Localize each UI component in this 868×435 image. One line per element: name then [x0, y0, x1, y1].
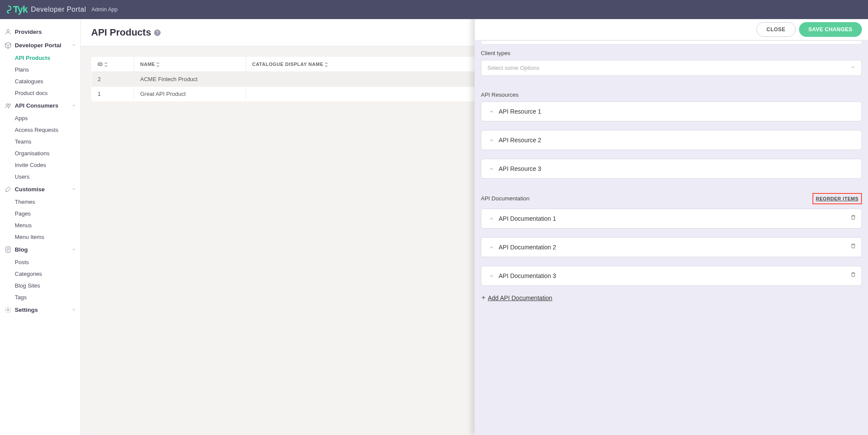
sidebar-item-blog[interactable]: Blog: [0, 243, 80, 256]
chevron-down-icon: [72, 42, 76, 49]
card-title: API Resource 3: [499, 165, 855, 172]
chevron-down-icon: [72, 102, 76, 109]
sidebar-sub-access-requests[interactable]: Access Requests: [0, 124, 80, 136]
sort-icon: [156, 62, 160, 67]
chevron-up-icon[interactable]: [488, 108, 494, 114]
label: Developer Portal: [15, 42, 61, 49]
col-catalogue-label: CATALOGUE DISPLAY NAME: [252, 62, 323, 67]
content-area: API Products ? ID NAME CATALOGUE DISPLAY…: [81, 19, 868, 435]
cube-icon: [4, 42, 12, 49]
cell-name: ACME Fintech Product: [134, 72, 246, 87]
col-id[interactable]: ID: [92, 57, 134, 72]
sidebar-item-customise[interactable]: Customise: [0, 183, 80, 196]
api-resource-card[interactable]: API Resource 3: [481, 159, 862, 179]
user-icon: [4, 28, 12, 36]
label: API Consumers: [15, 102, 59, 109]
sidebar-sub-themes[interactable]: Themes: [0, 196, 80, 208]
api-doc-card[interactable]: API Documentation 3: [481, 266, 862, 286]
gear-icon: [4, 306, 12, 314]
sidebar-sub-pages[interactable]: Pages: [0, 208, 80, 219]
sidebar-sub-api-products[interactable]: API Products: [0, 52, 80, 64]
portal-label: Developer Portal: [31, 6, 86, 13]
chevron-down-icon: [72, 307, 76, 313]
chevron-down-icon: [72, 186, 76, 193]
sidebar-sub-users[interactable]: Users: [0, 171, 80, 183]
users-icon: [4, 102, 12, 109]
brush-icon: [4, 186, 12, 193]
plus-icon: [481, 294, 486, 301]
chevron-down-icon: [850, 65, 855, 71]
chevron-up-icon[interactable]: [488, 273, 494, 279]
col-id-label: ID: [98, 62, 103, 67]
drawer-body[interactable]: Client types Select some Options API Res…: [475, 40, 868, 435]
sidebar-item-providers[interactable]: Providers: [0, 25, 80, 39]
card-title: API Resource 1: [499, 108, 855, 115]
partial-field: [481, 40, 862, 45]
sidebar-sub-apps[interactable]: Apps: [0, 112, 80, 124]
card-title: API Resource 2: [499, 137, 855, 144]
admin-app-label: Admin App: [91, 7, 117, 13]
api-doc-card[interactable]: API Documentation 2: [481, 237, 862, 257]
reorder-items-link[interactable]: REORDER ITEMS: [812, 193, 862, 204]
api-resource-card[interactable]: API Resource 2: [481, 130, 862, 150]
sidebar-sub-blog-sites[interactable]: Blog Sites: [0, 280, 80, 291]
topbar: Tyk Developer Portal Admin App: [0, 0, 868, 19]
close-button[interactable]: CLOSE: [756, 22, 796, 37]
chevron-up-icon[interactable]: [488, 216, 494, 222]
sidebar-sub-teams[interactable]: Teams: [0, 136, 80, 147]
drawer-action-bar: CLOSE SAVE CHANGES: [475, 19, 868, 40]
svg-point-4: [7, 309, 9, 311]
sidebar-sub-organisations[interactable]: Organisations: [0, 147, 80, 159]
sidebar-sub-menu-items[interactable]: Menu Items: [0, 231, 80, 243]
chevron-up-icon[interactable]: [488, 166, 494, 172]
sidebar-sub-categories[interactable]: Categories: [0, 268, 80, 280]
logo-mark: Tyk: [7, 4, 27, 15]
sidebar-sub-catalogues[interactable]: Catalogues: [0, 75, 80, 87]
chevron-up-icon[interactable]: [488, 137, 494, 143]
api-resources-label: API Resources: [481, 92, 862, 98]
cell-id: 2: [92, 72, 134, 87]
trash-icon[interactable]: [850, 243, 856, 249]
api-docs-label: API Documentation: [481, 195, 529, 202]
sidebar-item-developer-portal[interactable]: Developer Portal: [0, 39, 80, 52]
save-changes-button[interactable]: SAVE CHANGES: [799, 22, 862, 37]
card-title: API Documentation 3: [499, 272, 855, 279]
svg-point-1: [6, 104, 8, 105]
trash-icon[interactable]: [850, 214, 856, 220]
page-title: API Products: [91, 27, 151, 38]
client-types-select[interactable]: Select some Options: [481, 60, 862, 76]
svg-point-2: [9, 104, 10, 105]
sidebar-sub-invite-codes[interactable]: Invite Codes: [0, 159, 80, 171]
sidebar-sub-tags[interactable]: Tags: [0, 291, 80, 303]
add-api-doc-link[interactable]: Add API Documentation: [481, 294, 862, 301]
chevron-up-icon[interactable]: [488, 244, 494, 250]
help-icon[interactable]: ?: [154, 29, 161, 36]
label: Customise: [15, 186, 45, 193]
edit-drawer: Edit API Products CLOSE SAVE CHANGES Cli…: [474, 19, 868, 435]
swirl-icon: [7, 5, 13, 14]
placeholder: Select some Options: [487, 65, 539, 71]
trash-icon[interactable]: [850, 271, 856, 278]
api-doc-card[interactable]: API Documentation 1: [481, 209, 862, 229]
label: Settings: [15, 307, 38, 313]
svg-point-0: [7, 29, 10, 32]
sidebar-item-api-consumers[interactable]: API Consumers: [0, 99, 80, 112]
api-resource-card[interactable]: API Resource 1: [481, 101, 862, 121]
add-label: Add API Documentation: [488, 294, 552, 301]
label: Providers: [15, 29, 42, 35]
col-name[interactable]: NAME: [134, 57, 246, 72]
col-name-label: NAME: [140, 62, 155, 67]
sidebar-sub-plans[interactable]: Plans: [0, 64, 80, 75]
sidebar: Providers Developer Portal API Products …: [0, 19, 81, 435]
sidebar-item-settings[interactable]: Settings: [0, 303, 80, 317]
logo-block: Tyk Developer Portal: [7, 4, 86, 15]
card-title: API Documentation 2: [499, 244, 855, 251]
sidebar-sub-menus[interactable]: Menus: [0, 219, 80, 231]
cell-name: Great API Product: [134, 87, 246, 101]
sidebar-sub-product-docs[interactable]: Product docs: [0, 87, 80, 99]
client-types-label: Client types: [481, 50, 862, 56]
doc-icon: [4, 246, 12, 253]
sort-icon: [104, 62, 108, 67]
sidebar-sub-posts[interactable]: Posts: [0, 256, 80, 268]
cell-id: 1: [92, 87, 134, 101]
